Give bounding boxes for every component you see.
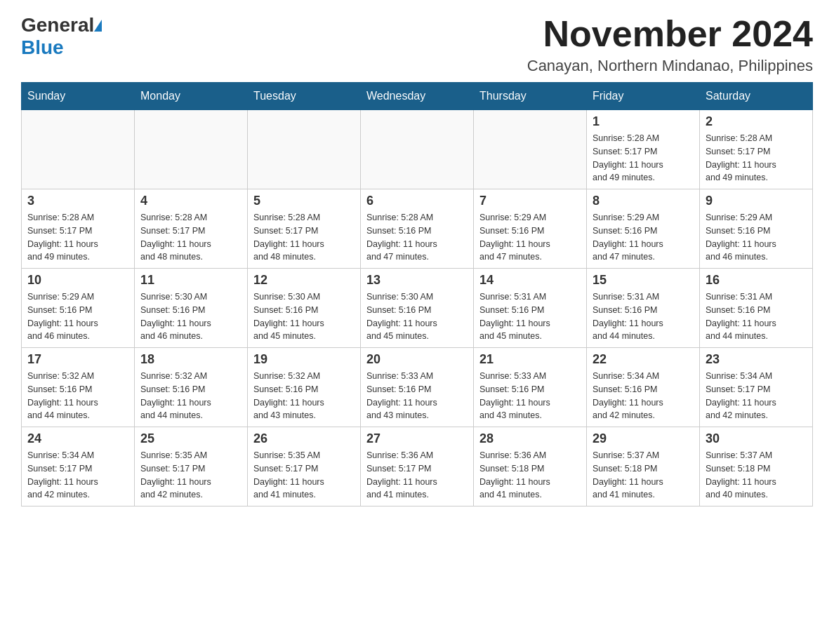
calendar-cell: 4Sunrise: 5:28 AMSunset: 5:17 PMDaylight… bbox=[135, 189, 248, 269]
logo-blue-text: Blue bbox=[21, 36, 64, 58]
calendar-cell: 11Sunrise: 5:30 AMSunset: 5:16 PMDayligh… bbox=[135, 269, 248, 348]
calendar-cell bbox=[135, 110, 248, 189]
calendar-cell: 7Sunrise: 5:29 AMSunset: 5:16 PMDaylight… bbox=[474, 189, 587, 269]
day-number: 3 bbox=[27, 194, 128, 208]
day-number: 1 bbox=[593, 114, 694, 129]
day-info: Sunrise: 5:36 AMSunset: 5:17 PMDaylight:… bbox=[366, 449, 468, 502]
day-info: Sunrise: 5:31 AMSunset: 5:16 PMDaylight:… bbox=[706, 290, 807, 343]
calendar-cell: 29Sunrise: 5:37 AMSunset: 5:18 PMDayligh… bbox=[587, 427, 700, 507]
day-number: 2 bbox=[706, 114, 807, 129]
day-number: 10 bbox=[27, 273, 128, 288]
day-number: 7 bbox=[479, 194, 581, 208]
month-title: November 2024 bbox=[527, 14, 813, 54]
day-info: Sunrise: 5:29 AMSunset: 5:16 PMDaylight:… bbox=[593, 211, 694, 264]
day-info: Sunrise: 5:33 AMSunset: 5:16 PMDaylight:… bbox=[366, 370, 468, 422]
day-info: Sunrise: 5:37 AMSunset: 5:18 PMDaylight:… bbox=[706, 449, 807, 502]
day-info: Sunrise: 5:32 AMSunset: 5:16 PMDaylight:… bbox=[27, 370, 128, 422]
calendar-week-row: 1Sunrise: 5:28 AMSunset: 5:17 PMDaylight… bbox=[22, 110, 813, 189]
calendar-cell: 20Sunrise: 5:33 AMSunset: 5:16 PMDayligh… bbox=[361, 348, 474, 427]
calendar-cell: 3Sunrise: 5:28 AMSunset: 5:17 PMDaylight… bbox=[22, 189, 135, 269]
day-info: Sunrise: 5:29 AMSunset: 5:16 PMDaylight:… bbox=[706, 211, 807, 264]
calendar-cell: 6Sunrise: 5:28 AMSunset: 5:16 PMDaylight… bbox=[361, 189, 474, 269]
calendar-cell: 10Sunrise: 5:29 AMSunset: 5:16 PMDayligh… bbox=[22, 269, 135, 348]
day-number: 17 bbox=[27, 352, 128, 367]
calendar-cell: 27Sunrise: 5:36 AMSunset: 5:17 PMDayligh… bbox=[361, 427, 474, 507]
day-number: 22 bbox=[593, 352, 694, 367]
calendar-week-row: 17Sunrise: 5:32 AMSunset: 5:16 PMDayligh… bbox=[22, 348, 813, 427]
day-info: Sunrise: 5:30 AMSunset: 5:16 PMDaylight:… bbox=[253, 290, 355, 343]
calendar-cell: 28Sunrise: 5:36 AMSunset: 5:18 PMDayligh… bbox=[474, 427, 587, 507]
day-info: Sunrise: 5:34 AMSunset: 5:16 PMDaylight:… bbox=[593, 370, 694, 422]
day-info: Sunrise: 5:28 AMSunset: 5:17 PMDaylight:… bbox=[140, 211, 241, 264]
day-info: Sunrise: 5:33 AMSunset: 5:16 PMDaylight:… bbox=[479, 370, 581, 422]
calendar-cell: 17Sunrise: 5:32 AMSunset: 5:16 PMDayligh… bbox=[22, 348, 135, 427]
calendar-cell: 24Sunrise: 5:34 AMSunset: 5:17 PMDayligh… bbox=[22, 427, 135, 507]
day-of-week-header: Friday bbox=[587, 83, 700, 110]
calendar-cell: 2Sunrise: 5:28 AMSunset: 5:17 PMDaylight… bbox=[700, 110, 813, 189]
day-number: 26 bbox=[253, 431, 355, 446]
day-number: 14 bbox=[479, 273, 581, 288]
calendar-cell: 16Sunrise: 5:31 AMSunset: 5:16 PMDayligh… bbox=[700, 269, 813, 348]
calendar-cell: 9Sunrise: 5:29 AMSunset: 5:16 PMDaylight… bbox=[700, 189, 813, 269]
logo: General Blue bbox=[21, 14, 102, 59]
day-number: 6 bbox=[366, 194, 468, 208]
calendar-cell: 15Sunrise: 5:31 AMSunset: 5:16 PMDayligh… bbox=[587, 269, 700, 348]
day-number: 25 bbox=[140, 431, 241, 446]
calendar-table: SundayMondayTuesdayWednesdayThursdayFrid… bbox=[21, 82, 813, 507]
day-of-week-header: Monday bbox=[135, 83, 248, 110]
day-number: 29 bbox=[593, 431, 694, 446]
day-of-week-header: Saturday bbox=[700, 83, 813, 110]
day-number: 4 bbox=[140, 194, 241, 208]
calendar-cell: 14Sunrise: 5:31 AMSunset: 5:16 PMDayligh… bbox=[474, 269, 587, 348]
calendar-cell bbox=[22, 110, 135, 189]
day-of-week-header: Thursday bbox=[474, 83, 587, 110]
calendar-cell: 26Sunrise: 5:35 AMSunset: 5:17 PMDayligh… bbox=[248, 427, 361, 507]
calendar-cell: 21Sunrise: 5:33 AMSunset: 5:16 PMDayligh… bbox=[474, 348, 587, 427]
calendar-cell: 19Sunrise: 5:32 AMSunset: 5:16 PMDayligh… bbox=[248, 348, 361, 427]
day-info: Sunrise: 5:30 AMSunset: 5:16 PMDaylight:… bbox=[140, 290, 241, 343]
day-info: Sunrise: 5:31 AMSunset: 5:16 PMDaylight:… bbox=[479, 290, 581, 343]
logo-triangle-icon bbox=[94, 20, 102, 32]
calendar-cell: 30Sunrise: 5:37 AMSunset: 5:18 PMDayligh… bbox=[700, 427, 813, 507]
day-info: Sunrise: 5:30 AMSunset: 5:16 PMDaylight:… bbox=[366, 290, 468, 343]
calendar-week-row: 24Sunrise: 5:34 AMSunset: 5:17 PMDayligh… bbox=[22, 427, 813, 507]
page-header: General Blue November 2024 Canayan, Nort… bbox=[21, 14, 813, 75]
day-info: Sunrise: 5:35 AMSunset: 5:17 PMDaylight:… bbox=[253, 449, 355, 502]
calendar-header-row: SundayMondayTuesdayWednesdayThursdayFrid… bbox=[22, 83, 813, 110]
day-info: Sunrise: 5:29 AMSunset: 5:16 PMDaylight:… bbox=[479, 211, 581, 264]
day-info: Sunrise: 5:28 AMSunset: 5:17 PMDaylight:… bbox=[706, 132, 807, 185]
calendar-cell bbox=[474, 110, 587, 189]
day-of-week-header: Sunday bbox=[22, 83, 135, 110]
logo-general-text: General bbox=[21, 14, 94, 36]
calendar-week-row: 3Sunrise: 5:28 AMSunset: 5:17 PMDaylight… bbox=[22, 189, 813, 269]
day-number: 5 bbox=[253, 194, 355, 208]
day-number: 27 bbox=[366, 431, 468, 446]
day-info: Sunrise: 5:28 AMSunset: 5:17 PMDaylight:… bbox=[253, 211, 355, 264]
day-number: 9 bbox=[706, 194, 807, 208]
calendar-cell: 18Sunrise: 5:32 AMSunset: 5:16 PMDayligh… bbox=[135, 348, 248, 427]
day-info: Sunrise: 5:37 AMSunset: 5:18 PMDaylight:… bbox=[593, 449, 694, 502]
day-number: 18 bbox=[140, 352, 241, 367]
calendar-cell bbox=[248, 110, 361, 189]
day-info: Sunrise: 5:28 AMSunset: 5:17 PMDaylight:… bbox=[27, 211, 128, 264]
day-number: 23 bbox=[706, 352, 807, 367]
day-number: 28 bbox=[479, 431, 581, 446]
day-info: Sunrise: 5:31 AMSunset: 5:16 PMDaylight:… bbox=[593, 290, 694, 343]
calendar-cell bbox=[361, 110, 474, 189]
day-of-week-header: Tuesday bbox=[248, 83, 361, 110]
day-info: Sunrise: 5:34 AMSunset: 5:17 PMDaylight:… bbox=[706, 370, 807, 422]
day-number: 20 bbox=[366, 352, 468, 367]
day-info: Sunrise: 5:36 AMSunset: 5:18 PMDaylight:… bbox=[479, 449, 581, 502]
day-number: 12 bbox=[253, 273, 355, 288]
day-info: Sunrise: 5:32 AMSunset: 5:16 PMDaylight:… bbox=[253, 370, 355, 422]
day-number: 8 bbox=[593, 194, 694, 208]
calendar-cell: 25Sunrise: 5:35 AMSunset: 5:17 PMDayligh… bbox=[135, 427, 248, 507]
calendar-cell: 1Sunrise: 5:28 AMSunset: 5:17 PMDaylight… bbox=[587, 110, 700, 189]
calendar-cell: 8Sunrise: 5:29 AMSunset: 5:16 PMDaylight… bbox=[587, 189, 700, 269]
calendar-cell: 12Sunrise: 5:30 AMSunset: 5:16 PMDayligh… bbox=[248, 269, 361, 348]
day-info: Sunrise: 5:28 AMSunset: 5:16 PMDaylight:… bbox=[366, 211, 468, 264]
day-number: 19 bbox=[253, 352, 355, 367]
day-number: 30 bbox=[706, 431, 807, 446]
day-info: Sunrise: 5:35 AMSunset: 5:17 PMDaylight:… bbox=[140, 449, 241, 502]
calendar-cell: 13Sunrise: 5:30 AMSunset: 5:16 PMDayligh… bbox=[361, 269, 474, 348]
